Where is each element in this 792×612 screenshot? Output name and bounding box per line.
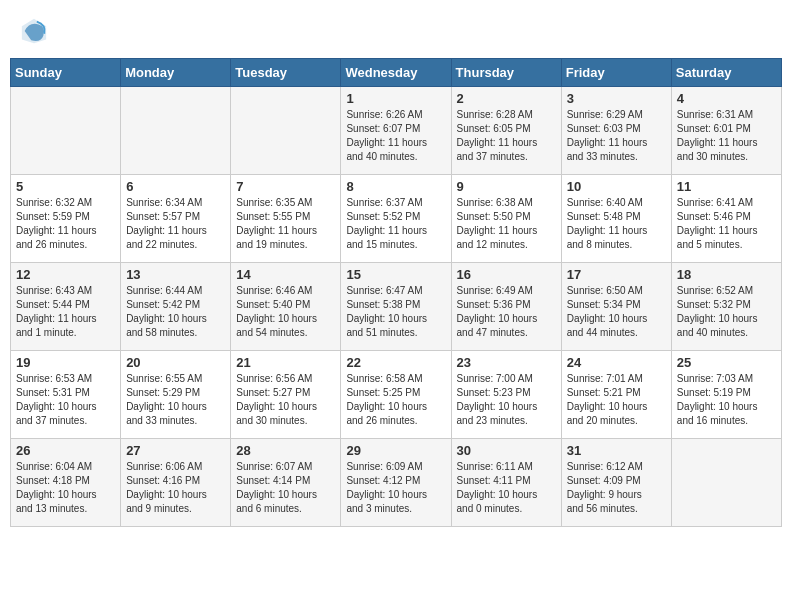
day-content: Sunrise: 6:28 AM Sunset: 6:05 PM Dayligh… bbox=[457, 108, 556, 164]
day-content: Sunrise: 6:12 AM Sunset: 4:09 PM Dayligh… bbox=[567, 460, 666, 516]
calendar-cell: 16Sunrise: 6:49 AM Sunset: 5:36 PM Dayli… bbox=[451, 263, 561, 351]
day-number: 6 bbox=[126, 179, 225, 194]
day-number: 3 bbox=[567, 91, 666, 106]
weekday-header-wednesday: Wednesday bbox=[341, 59, 451, 87]
calendar-cell: 18Sunrise: 6:52 AM Sunset: 5:32 PM Dayli… bbox=[671, 263, 781, 351]
day-number: 18 bbox=[677, 267, 776, 282]
calendar-week-row: 1Sunrise: 6:26 AM Sunset: 6:07 PM Daylig… bbox=[11, 87, 782, 175]
day-content: Sunrise: 6:07 AM Sunset: 4:14 PM Dayligh… bbox=[236, 460, 335, 516]
page-header bbox=[10, 10, 782, 50]
weekday-header-row: SundayMondayTuesdayWednesdayThursdayFrid… bbox=[11, 59, 782, 87]
calendar-cell bbox=[11, 87, 121, 175]
day-number: 4 bbox=[677, 91, 776, 106]
calendar-cell bbox=[121, 87, 231, 175]
day-content: Sunrise: 6:40 AM Sunset: 5:48 PM Dayligh… bbox=[567, 196, 666, 252]
calendar-cell: 10Sunrise: 6:40 AM Sunset: 5:48 PM Dayli… bbox=[561, 175, 671, 263]
calendar-cell: 21Sunrise: 6:56 AM Sunset: 5:27 PM Dayli… bbox=[231, 351, 341, 439]
day-number: 24 bbox=[567, 355, 666, 370]
day-content: Sunrise: 6:04 AM Sunset: 4:18 PM Dayligh… bbox=[16, 460, 115, 516]
calendar-week-row: 5Sunrise: 6:32 AM Sunset: 5:59 PM Daylig… bbox=[11, 175, 782, 263]
calendar-header: SundayMondayTuesdayWednesdayThursdayFrid… bbox=[11, 59, 782, 87]
weekday-header-thursday: Thursday bbox=[451, 59, 561, 87]
calendar-cell: 2Sunrise: 6:28 AM Sunset: 6:05 PM Daylig… bbox=[451, 87, 561, 175]
day-content: Sunrise: 6:26 AM Sunset: 6:07 PM Dayligh… bbox=[346, 108, 445, 164]
calendar-cell: 9Sunrise: 6:38 AM Sunset: 5:50 PM Daylig… bbox=[451, 175, 561, 263]
calendar-cell: 25Sunrise: 7:03 AM Sunset: 5:19 PM Dayli… bbox=[671, 351, 781, 439]
calendar-cell: 24Sunrise: 7:01 AM Sunset: 5:21 PM Dayli… bbox=[561, 351, 671, 439]
weekday-header-friday: Friday bbox=[561, 59, 671, 87]
day-content: Sunrise: 6:11 AM Sunset: 4:11 PM Dayligh… bbox=[457, 460, 556, 516]
day-content: Sunrise: 6:52 AM Sunset: 5:32 PM Dayligh… bbox=[677, 284, 776, 340]
day-number: 7 bbox=[236, 179, 335, 194]
day-number: 10 bbox=[567, 179, 666, 194]
calendar-cell: 31Sunrise: 6:12 AM Sunset: 4:09 PM Dayli… bbox=[561, 439, 671, 527]
day-content: Sunrise: 7:03 AM Sunset: 5:19 PM Dayligh… bbox=[677, 372, 776, 428]
day-number: 9 bbox=[457, 179, 556, 194]
day-number: 8 bbox=[346, 179, 445, 194]
calendar-week-row: 12Sunrise: 6:43 AM Sunset: 5:44 PM Dayli… bbox=[11, 263, 782, 351]
day-content: Sunrise: 6:43 AM Sunset: 5:44 PM Dayligh… bbox=[16, 284, 115, 340]
calendar-cell: 12Sunrise: 6:43 AM Sunset: 5:44 PM Dayli… bbox=[11, 263, 121, 351]
calendar-cell bbox=[231, 87, 341, 175]
day-content: Sunrise: 6:47 AM Sunset: 5:38 PM Dayligh… bbox=[346, 284, 445, 340]
calendar-cell: 3Sunrise: 6:29 AM Sunset: 6:03 PM Daylig… bbox=[561, 87, 671, 175]
logo-icon bbox=[20, 17, 48, 45]
calendar-cell: 22Sunrise: 6:58 AM Sunset: 5:25 PM Dayli… bbox=[341, 351, 451, 439]
calendar-cell: 30Sunrise: 6:11 AM Sunset: 4:11 PM Dayli… bbox=[451, 439, 561, 527]
calendar-cell: 29Sunrise: 6:09 AM Sunset: 4:12 PM Dayli… bbox=[341, 439, 451, 527]
day-content: Sunrise: 6:37 AM Sunset: 5:52 PM Dayligh… bbox=[346, 196, 445, 252]
calendar-cell: 1Sunrise: 6:26 AM Sunset: 6:07 PM Daylig… bbox=[341, 87, 451, 175]
calendar-cell: 8Sunrise: 6:37 AM Sunset: 5:52 PM Daylig… bbox=[341, 175, 451, 263]
weekday-header-tuesday: Tuesday bbox=[231, 59, 341, 87]
calendar-cell: 17Sunrise: 6:50 AM Sunset: 5:34 PM Dayli… bbox=[561, 263, 671, 351]
calendar-table: SundayMondayTuesdayWednesdayThursdayFrid… bbox=[10, 58, 782, 527]
logo bbox=[20, 15, 52, 45]
day-content: Sunrise: 6:56 AM Sunset: 5:27 PM Dayligh… bbox=[236, 372, 335, 428]
calendar-body: 1Sunrise: 6:26 AM Sunset: 6:07 PM Daylig… bbox=[11, 87, 782, 527]
calendar-cell bbox=[671, 439, 781, 527]
day-content: Sunrise: 6:49 AM Sunset: 5:36 PM Dayligh… bbox=[457, 284, 556, 340]
day-number: 11 bbox=[677, 179, 776, 194]
day-content: Sunrise: 6:09 AM Sunset: 4:12 PM Dayligh… bbox=[346, 460, 445, 516]
day-number: 30 bbox=[457, 443, 556, 458]
day-content: Sunrise: 6:58 AM Sunset: 5:25 PM Dayligh… bbox=[346, 372, 445, 428]
day-content: Sunrise: 7:01 AM Sunset: 5:21 PM Dayligh… bbox=[567, 372, 666, 428]
day-number: 29 bbox=[346, 443, 445, 458]
weekday-header-saturday: Saturday bbox=[671, 59, 781, 87]
day-number: 21 bbox=[236, 355, 335, 370]
day-number: 5 bbox=[16, 179, 115, 194]
day-content: Sunrise: 6:31 AM Sunset: 6:01 PM Dayligh… bbox=[677, 108, 776, 164]
calendar-cell: 5Sunrise: 6:32 AM Sunset: 5:59 PM Daylig… bbox=[11, 175, 121, 263]
calendar-cell: 28Sunrise: 6:07 AM Sunset: 4:14 PM Dayli… bbox=[231, 439, 341, 527]
day-content: Sunrise: 6:53 AM Sunset: 5:31 PM Dayligh… bbox=[16, 372, 115, 428]
day-number: 23 bbox=[457, 355, 556, 370]
day-content: Sunrise: 6:32 AM Sunset: 5:59 PM Dayligh… bbox=[16, 196, 115, 252]
day-number: 22 bbox=[346, 355, 445, 370]
day-number: 19 bbox=[16, 355, 115, 370]
day-number: 1 bbox=[346, 91, 445, 106]
calendar-cell: 7Sunrise: 6:35 AM Sunset: 5:55 PM Daylig… bbox=[231, 175, 341, 263]
calendar-week-row: 19Sunrise: 6:53 AM Sunset: 5:31 PM Dayli… bbox=[11, 351, 782, 439]
calendar-cell: 11Sunrise: 6:41 AM Sunset: 5:46 PM Dayli… bbox=[671, 175, 781, 263]
day-number: 13 bbox=[126, 267, 225, 282]
calendar-cell: 27Sunrise: 6:06 AM Sunset: 4:16 PM Dayli… bbox=[121, 439, 231, 527]
day-number: 27 bbox=[126, 443, 225, 458]
weekday-header-sunday: Sunday bbox=[11, 59, 121, 87]
day-content: Sunrise: 6:38 AM Sunset: 5:50 PM Dayligh… bbox=[457, 196, 556, 252]
day-content: Sunrise: 6:29 AM Sunset: 6:03 PM Dayligh… bbox=[567, 108, 666, 164]
day-number: 28 bbox=[236, 443, 335, 458]
day-number: 14 bbox=[236, 267, 335, 282]
day-number: 20 bbox=[126, 355, 225, 370]
calendar-cell: 4Sunrise: 6:31 AM Sunset: 6:01 PM Daylig… bbox=[671, 87, 781, 175]
day-content: Sunrise: 6:41 AM Sunset: 5:46 PM Dayligh… bbox=[677, 196, 776, 252]
day-number: 2 bbox=[457, 91, 556, 106]
day-content: Sunrise: 6:44 AM Sunset: 5:42 PM Dayligh… bbox=[126, 284, 225, 340]
day-number: 16 bbox=[457, 267, 556, 282]
day-content: Sunrise: 6:06 AM Sunset: 4:16 PM Dayligh… bbox=[126, 460, 225, 516]
day-number: 17 bbox=[567, 267, 666, 282]
calendar-week-row: 26Sunrise: 6:04 AM Sunset: 4:18 PM Dayli… bbox=[11, 439, 782, 527]
calendar-cell: 15Sunrise: 6:47 AM Sunset: 5:38 PM Dayli… bbox=[341, 263, 451, 351]
calendar-cell: 14Sunrise: 6:46 AM Sunset: 5:40 PM Dayli… bbox=[231, 263, 341, 351]
day-content: Sunrise: 6:46 AM Sunset: 5:40 PM Dayligh… bbox=[236, 284, 335, 340]
day-number: 12 bbox=[16, 267, 115, 282]
